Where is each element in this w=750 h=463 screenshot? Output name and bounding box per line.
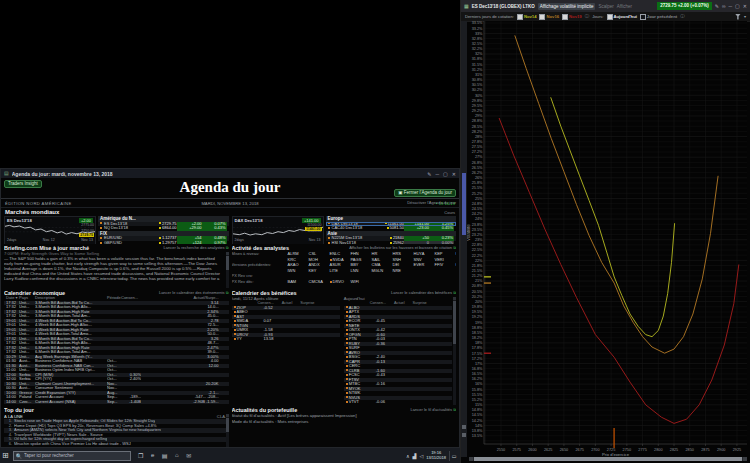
info-icon[interactable]: ⓘ	[585, 14, 590, 19]
expiry-checkbox-nov16[interactable]: Nov16	[539, 14, 559, 20]
earnings-row[interactable]: YY13.58	[232, 337, 340, 342]
agenda-titlebar[interactable]: ▤ Agenda du jour: mardi, novembre 13, 20…	[1, 169, 459, 178]
earnings-scrollbar[interactable]	[453, 297, 456, 405]
analyst-search-link[interactable]: Lancer la recherche des analystes ⧉	[164, 245, 229, 250]
maximize-button[interactable]: ▢	[443, 171, 448, 177]
store-icon[interactable]: ⌂	[171, 452, 183, 459]
link-windows-icon[interactable]: ∞	[722, 3, 726, 9]
y-tick-label: 25%	[475, 197, 483, 201]
ticker[interactable]: DRVO	[330, 279, 351, 285]
close-button[interactable]: ✕	[452, 171, 456, 177]
y-tick-label: 31%	[475, 73, 483, 77]
briefing-scrollbar[interactable]	[226, 252, 229, 288]
earnings-row[interactable]: VTVT-0.06	[344, 400, 452, 405]
ticker[interactable]: CMCSA	[309, 279, 330, 285]
briefing-title: Briefing.com Mise à jour marché	[4, 245, 89, 251]
ticker[interactable]: EVER	[414, 262, 435, 268]
y-tick-label: 28.5%	[472, 125, 483, 129]
tray-expand-icon[interactable]: ∧	[406, 453, 410, 459]
tab-a-la-une[interactable]: À LA UNE	[4, 414, 23, 419]
alert-dot-icon	[456, 259, 457, 261]
prev-day-checkbox[interactable]: Jour précédent	[640, 14, 677, 20]
y-tick-label: 23.5%	[472, 228, 483, 232]
agenda-header: Traders Insight Agenda du jour ▣ Fermer …	[1, 178, 459, 198]
scroll-right-arrow[interactable]	[743, 457, 747, 461]
top-title: Top du jour	[4, 407, 34, 413]
minimize-button[interactable]: ─	[729, 3, 733, 9]
checkbox-checked-icon	[539, 14, 545, 20]
external-link-icon: ⧉	[453, 407, 456, 412]
ticker[interactable]: IWN	[288, 268, 309, 274]
cours-link[interactable]: Cours	[444, 210, 455, 215]
econ-row[interactable]: 14:00Czec...Current Account (NSA)Sep...-…	[4, 400, 229, 405]
close-button[interactable]: ✕	[743, 3, 747, 9]
chevron-down-icon[interactable]: ▾	[744, 14, 746, 19]
analysts-panel: Activité des analystes Afficher les bull…	[232, 244, 457, 289]
tab-scalper[interactable]: Scalper	[598, 4, 613, 9]
market-row[interactable]: NQ Dec13'186864.00+29.000.43%	[98, 226, 229, 231]
ticker[interactable]: LNN	[351, 268, 372, 274]
volatility-titlebar[interactable]: ▦ ES Dec13'18 (GLOBEX) LTKO Affichage vo…	[461, 0, 750, 12]
x-tick-label: 2900	[717, 448, 725, 452]
task-view-icon[interactable]: ❐	[135, 452, 147, 459]
alert-dot-icon	[330, 281, 332, 283]
notification-center-icon[interactable]: ▭	[449, 451, 458, 461]
y-tick-label: 28%	[475, 135, 483, 139]
rail-icon[interactable]	[462, 433, 466, 437]
y-tick-label: 30.8%	[472, 78, 483, 82]
x-tick-label: 2550	[497, 448, 505, 452]
ticker[interactable]: FFIV	[435, 262, 456, 268]
minimize-button[interactable]: ─	[436, 171, 440, 177]
y-tick-label: 24.8%	[472, 202, 483, 206]
expiry-checkbox-nov14[interactable]: Nov14	[517, 14, 537, 20]
external-link-icon: ⧉	[226, 245, 229, 250]
top-news-scrollbar[interactable]	[226, 414, 229, 448]
maximize-button[interactable]: ▢	[735, 3, 740, 9]
ticker[interactable]: KEY	[309, 268, 330, 274]
expiry-checkbox-nov19[interactable]: Nov19	[562, 14, 582, 20]
scrollbar-thumb[interactable]	[462, 173, 466, 235]
ticker[interactable]: NRE	[393, 268, 414, 274]
newsfeed-link[interactable]: Lancer le fil d'actualités ⧉	[411, 407, 456, 412]
x-tick-label: 2825	[670, 448, 678, 452]
horizontal-scrollbar[interactable]	[469, 457, 747, 461]
edit-pencil-icon[interactable]: ✎	[715, 3, 719, 9]
earnings-calendar-link[interactable]: Lancer le calendrier des bénéfices ⧉	[391, 290, 456, 295]
y-tick-label: 21%	[475, 279, 483, 283]
ratings-link[interactable]: Afficher les bulletins sur les hausses e…	[349, 245, 456, 250]
pencil-icon[interactable]: ✎	[427, 171, 431, 177]
close-agenda-button[interactable]: ▣ Fermer l'Agenda du jour	[394, 189, 456, 197]
y-tick-label: 18%	[475, 341, 483, 345]
y-tick-label: 14.8%	[472, 408, 483, 412]
edge-browser-icon[interactable]: e	[147, 452, 159, 459]
rail-icon[interactable]	[462, 425, 466, 429]
taskbar-search[interactable]: 🔍 Taper ici pour rechercher	[13, 451, 131, 461]
scroll-left-arrow[interactable]	[469, 457, 473, 461]
dax-mini-change: +141.00	[302, 218, 321, 223]
ticker[interactable]: LITE	[330, 268, 351, 274]
taskbar-clock[interactable]: 19:16 13/11/2018	[426, 451, 446, 460]
disable-agenda-link[interactable]: Désactiver l'Agenda du jour	[394, 200, 456, 205]
volume-icon[interactable]: ◁	[419, 453, 423, 459]
mail-icon[interactable]: ✉	[183, 452, 195, 459]
folder-icon[interactable]: ▤	[159, 452, 171, 459]
info-icon[interactable]: ⓘ	[680, 14, 685, 19]
ticker[interactable]: WIFI	[351, 279, 372, 285]
es-price-tag: 2729.75	[79, 233, 94, 237]
es-mini-chart[interactable]: ES Dec13'18+2.00 2775.00 2750.00 2729.75…	[4, 216, 96, 244]
start-button[interactable]: ⊞	[2, 448, 9, 463]
ticker[interactable]: HBAN	[456, 262, 457, 268]
ticker[interactable]: BAM	[288, 279, 309, 285]
y-tick-label: 27.2%	[472, 150, 483, 154]
network-icon[interactable]: ▟	[413, 453, 417, 459]
y-tick-label: 17.5%	[472, 352, 483, 356]
market-row[interactable]: CAC40 Dec13'185081.50+23.000.45%	[326, 226, 457, 231]
dax-mini-chart[interactable]: DAX Dec13'18+141.00 11500.00 11400.00 11…	[232, 216, 324, 244]
today-checkbox[interactable]: Aujourd'hui	[607, 14, 637, 20]
scrollbar-thumb[interactable]	[474, 457, 742, 461]
tab-afficher[interactable]: Afficher	[617, 4, 632, 9]
filter-icon[interactable]	[735, 14, 741, 20]
search-icon: 🔍	[16, 453, 22, 459]
ticker[interactable]: MGLN	[372, 268, 393, 274]
x-tick-label: 2750	[623, 448, 631, 452]
